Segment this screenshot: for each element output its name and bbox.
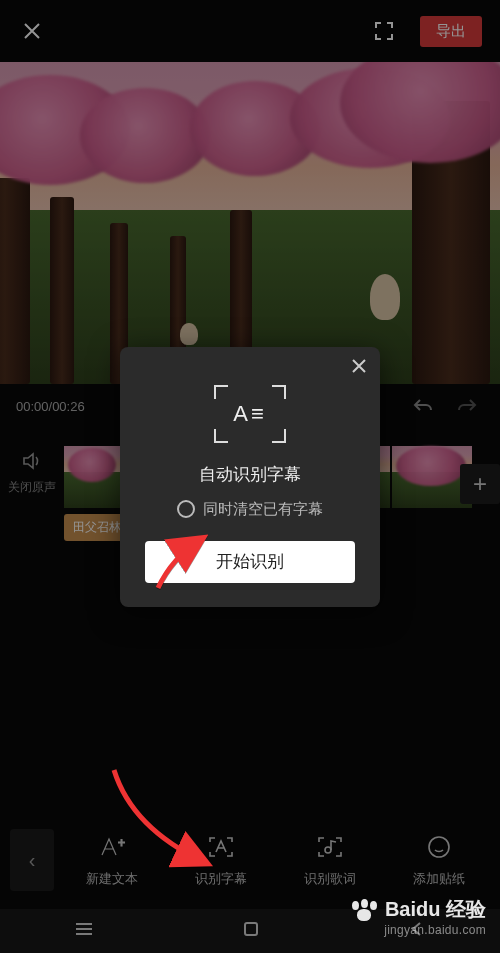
checkbox-label: 同时清空已有字幕 <box>203 500 323 519</box>
baidu-paw-icon <box>349 899 379 921</box>
modal-close-icon[interactable] <box>350 357 368 380</box>
scan-icon: A≡ <box>214 385 286 443</box>
auto-subtitle-modal: A≡ 自动识别字幕 同时清空已有字幕 开始识别 <box>120 347 380 607</box>
start-recognize-button[interactable]: 开始识别 <box>145 541 355 583</box>
watermark: Baidu 经验 jingyan.baidu.com <box>349 896 486 937</box>
radio-icon <box>177 500 195 518</box>
clear-existing-checkbox[interactable]: 同时清空已有字幕 <box>177 500 323 519</box>
modal-title: 自动识别字幕 <box>199 463 301 486</box>
